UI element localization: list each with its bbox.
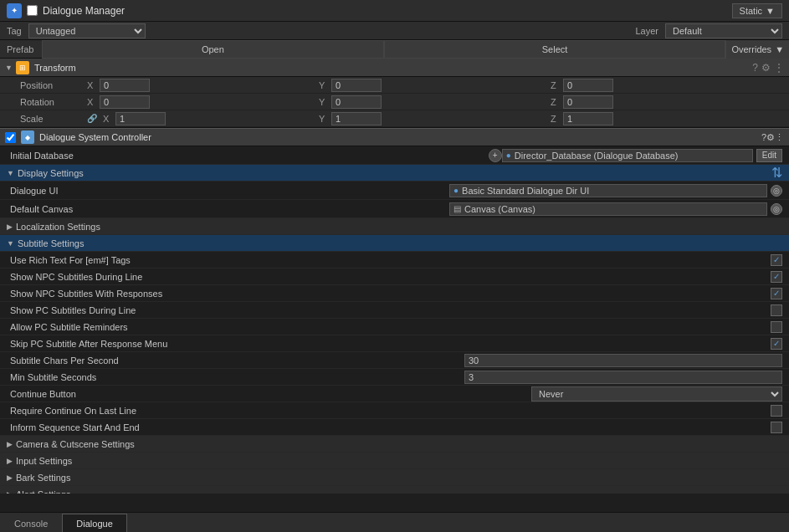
prefab-select-button[interactable]: Select <box>384 40 726 59</box>
subtitle-prop-label-10: Inform Sequence Start And End <box>10 422 771 432</box>
subtitle-prop-row-9: Require Continue On Last Line <box>0 402 789 419</box>
subtitle-prop-label-0: Use Rich Text For [em#] Tags <box>10 255 771 265</box>
settings-icon[interactable]: ⚙ <box>761 62 771 74</box>
subtitle-prop-row-10: Inform Sequence Start And End <box>0 419 789 436</box>
pos-x-label: X <box>87 80 97 90</box>
camera-header[interactable]: ▶ Camera & Cutscene Settings <box>0 436 789 453</box>
object-icon: ✦ <box>7 3 22 18</box>
bark-settings-header[interactable]: ▶ Bark Settings <box>0 469 789 486</box>
pos-y-input[interactable] <box>331 79 382 92</box>
tab-dialogue[interactable]: Dialogue <box>62 514 126 532</box>
scale-x-input[interactable] <box>115 112 166 125</box>
alert-settings-header[interactable]: ▶ Alert Settings <box>0 486 789 494</box>
transform-header[interactable]: ▼ ⊞ Transform ? ⚙ ⋮ <box>0 59 789 77</box>
rot-z-input[interactable] <box>563 95 613 109</box>
pos-z-input[interactable] <box>563 79 613 92</box>
subtitle-settings-arrow: ▼ <box>7 239 14 248</box>
tab-console[interactable]: Console <box>0 514 62 532</box>
tag-select[interactable]: Untagged <box>28 23 146 38</box>
top-bar: ✦ Dialogue Manager Static ▼ <box>0 0 789 22</box>
subtitle-prop-checkbox-1[interactable] <box>771 271 782 283</box>
subtitle-prop-checkbox-2[interactable] <box>771 288 782 299</box>
subtitle-prop-checkbox-3[interactable] <box>771 304 782 316</box>
display-settings-title: Display Settings <box>18 168 84 178</box>
scale-y-input[interactable] <box>331 112 382 125</box>
component-title: Dialogue System Controller <box>39 132 761 142</box>
display-settings-header[interactable]: ▼ Display Settings ⇅ <box>0 165 789 182</box>
subtitle-prop-value-9 <box>771 405 789 417</box>
pos-x-input[interactable] <box>100 79 150 92</box>
subtitle-prop-checkbox-0[interactable] <box>771 254 782 266</box>
subtitle-prop-row-4: Allow PC Subtitle Reminders <box>0 319 789 335</box>
bark-settings-title: Bark Settings <box>16 473 70 483</box>
tab-dialogue-label: Dialogue <box>76 519 112 529</box>
static-button[interactable]: Static ▼ <box>732 3 782 18</box>
position-row: Position X Y Z <box>0 77 789 94</box>
pos-y-label: Y <box>319 80 329 90</box>
transform-section: ▼ ⊞ Transform ? ⚙ ⋮ Position X Y Z <box>0 59 789 128</box>
scale-y-label: Y <box>319 114 329 124</box>
scale-z-input[interactable] <box>563 112 613 125</box>
subtitle-prop-value-5 <box>771 338 789 350</box>
tab-console-label: Console <box>14 519 48 529</box>
lock-icon: 🔗 <box>87 114 97 123</box>
rot-y-input[interactable] <box>331 95 382 109</box>
subtitle-prop-input-7[interactable] <box>464 371 782 384</box>
component-more-icon[interactable]: ⋮ <box>775 132 784 143</box>
dialogue-ui-icon: ● <box>453 186 459 195</box>
display-settings-expand-icon[interactable]: ⇅ <box>771 166 782 180</box>
subtitle-prop-checkbox-4[interactable] <box>771 321 782 333</box>
display-settings-arrow: ▼ <box>7 169 14 177</box>
default-canvas-row: Default Canvas ▤ Canvas (Canvas) ◎ <box>0 200 789 218</box>
active-checkbox[interactable] <box>27 5 38 16</box>
subtitle-prop-row-2: Show NPC Subtitles With Responses <box>0 285 789 302</box>
input-settings-arrow: ▶ <box>7 457 13 465</box>
overrides-arrow: ▼ <box>775 44 784 54</box>
layer-select[interactable]: Default <box>665 23 782 38</box>
rot-z-label: Z <box>551 97 561 107</box>
subtitle-prop-label-4: Allow PC Subtitle Reminders <box>10 322 771 332</box>
subtitle-prop-checkbox-10[interactable] <box>771 422 782 433</box>
bottom-tabs: Console Dialogue <box>0 512 789 532</box>
prefab-overrides[interactable]: Overrides ▼ <box>725 40 789 59</box>
subtitle-prop-row-8: Continue ButtonNever <box>0 386 789 402</box>
dialogue-ui-text: Basic Standard Dialogue Dir UI <box>462 186 589 196</box>
edit-button[interactable]: Edit <box>756 149 782 162</box>
dialogue-ui-circle-btn[interactable]: ◎ <box>771 185 782 197</box>
subtitle-settings-header[interactable]: ▼ Subtitle Settings <box>0 235 789 252</box>
subtitle-prop-checkbox-5[interactable] <box>771 338 782 350</box>
input-settings-header[interactable]: ▶ Input Settings <box>0 453 789 469</box>
rot-x-label: X <box>87 97 97 107</box>
subtitle-prop-value-6 <box>464 354 789 367</box>
subtitle-prop-value-8: Never <box>531 386 789 402</box>
initial-db-field: ● Director_Database (Dialogue Database) <box>502 149 753 162</box>
subtitle-prop-value-0 <box>771 254 789 266</box>
rotation-label: Rotation <box>20 97 87 107</box>
help-icon[interactable]: ? <box>752 62 758 74</box>
rot-x-input[interactable] <box>100 95 150 109</box>
dialogue-ui-value-container: ● Basic Standard Dialogue Dir UI ◎ <box>449 184 789 197</box>
subtitle-prop-input-6[interactable] <box>464 354 782 367</box>
subtitle-prop-label-1: Show NPC Subtitles During Line <box>10 272 771 282</box>
subtitle-prop-row-6: Subtitle Chars Per Second <box>0 352 789 369</box>
bark-settings-arrow: ▶ <box>7 473 13 482</box>
subtitle-prop-row-1: Show NPC Subtitles During Line <box>0 269 789 285</box>
initial-db-circle-btn[interactable]: + <box>489 149 502 162</box>
static-arrow: ▼ <box>766 6 775 16</box>
component-settings-icon[interactable]: ⚙ <box>766 132 775 143</box>
prefab-open-button[interactable]: Open <box>42 40 384 59</box>
subtitle-prop-checkbox-9[interactable] <box>771 405 782 417</box>
component-icon: ◆ <box>21 130 34 144</box>
more-icon[interactable]: ⋮ <box>774 62 784 74</box>
subtitle-prop-row-0: Use Rich Text For [em#] Tags <box>0 252 789 269</box>
db-icon: ● <box>506 151 511 160</box>
component-checkbox[interactable] <box>5 132 16 143</box>
scale-x-label: X <box>103 114 113 124</box>
position-label: Position <box>20 80 87 90</box>
alert-settings-arrow: ▶ <box>7 490 13 494</box>
subtitle-prop-label-8: Continue Button <box>10 389 531 399</box>
subtitle-prop-select-8[interactable]: Never <box>531 386 782 402</box>
localization-header[interactable]: ▶ Localization Settings <box>0 218 789 235</box>
default-canvas-circle-btn[interactable]: ◎ <box>771 203 782 215</box>
transform-arrow: ▼ <box>5 64 13 72</box>
